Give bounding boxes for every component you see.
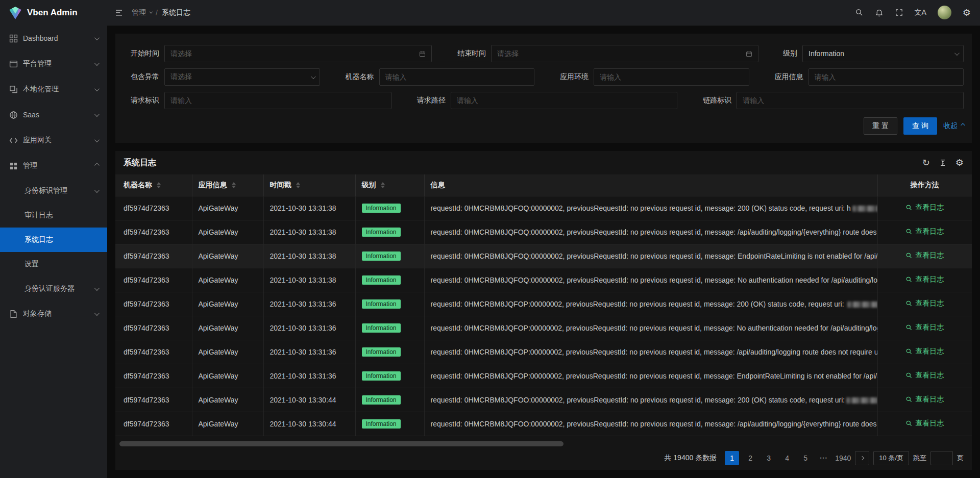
cell-machine-name: df5974d72363 bbox=[115, 340, 192, 364]
cell-machine-name: df5974d72363 bbox=[115, 292, 192, 316]
column-height-icon[interactable] bbox=[939, 159, 947, 167]
search-icon[interactable] bbox=[855, 8, 864, 17]
sidebar-item-label: 设置 bbox=[24, 260, 98, 269]
app-info-input[interactable] bbox=[808, 68, 964, 86]
sidebar-item-platform[interactable]: 平台管理 bbox=[0, 51, 107, 77]
sidebar-item-label: 审计日志 bbox=[24, 211, 98, 220]
sidebar-item-identity[interactable]: 身份标识管理 bbox=[0, 179, 107, 203]
level-badge: Information bbox=[362, 323, 401, 333]
column-header-timestamp[interactable]: 时间戳 bbox=[263, 174, 355, 196]
bell-icon[interactable] bbox=[875, 8, 884, 17]
cell-app-info: ApiGateWay bbox=[192, 244, 263, 268]
cell-machine-name: df5974d72363 bbox=[115, 244, 192, 268]
localization-icon bbox=[9, 85, 18, 94]
level-field: 级别 Information bbox=[777, 45, 964, 62]
dashboard-icon bbox=[9, 34, 18, 43]
sidebar-item-admin[interactable]: 管理 bbox=[0, 153, 107, 179]
cell-app-info: ApiGateWay bbox=[192, 364, 263, 388]
page-button-1[interactable]: 1 bbox=[725, 451, 739, 465]
translate-icon[interactable]: 文A bbox=[915, 8, 926, 17]
refresh-icon[interactable]: ↻ bbox=[922, 158, 930, 167]
admin-submenu: 身份标识管理 审计日志 系统日志 设置 身份认证服务器 bbox=[0, 179, 107, 301]
view-log-button[interactable]: 查看日志 bbox=[905, 323, 944, 332]
column-header-app-info[interactable]: 应用信息 bbox=[192, 174, 263, 196]
jump-page-input[interactable] bbox=[930, 451, 953, 465]
settings-icon[interactable]: ⚙ bbox=[955, 158, 964, 167]
page-ellipsis[interactable]: ••• bbox=[817, 451, 831, 465]
app-logo[interactable]: Vben Admin bbox=[0, 0, 107, 26]
has-exception-select[interactable]: 请选择 bbox=[164, 68, 320, 86]
chevron-down-icon bbox=[94, 86, 100, 91]
view-log-button[interactable]: 查看日志 bbox=[905, 299, 944, 308]
column-header-message: 信息 bbox=[424, 174, 877, 196]
reset-button[interactable]: 重 置 bbox=[864, 117, 897, 135]
cell-level: Information bbox=[355, 316, 424, 340]
sidebar-item-auth-server[interactable]: 身份认证服务器 bbox=[0, 276, 107, 301]
avatar[interactable] bbox=[938, 6, 951, 19]
sidebar-item-dashboard[interactable]: Dashboard bbox=[0, 26, 107, 51]
level-badge: Information bbox=[362, 419, 401, 429]
view-log-button[interactable]: 查看日志 bbox=[905, 203, 944, 212]
gear-icon[interactable]: ⚙ bbox=[963, 8, 971, 17]
machine-name-input[interactable] bbox=[379, 68, 535, 86]
page-size-select[interactable]: 10 条/页 bbox=[873, 451, 909, 465]
cell-timestamp: 2021-10-30 13:31:36 bbox=[263, 292, 355, 316]
table-row: df5974d72363 ApiGateWay 2021-10-30 13:31… bbox=[115, 316, 972, 340]
cell-message: requestId: 0HMCRBM8JQFOQ:00000002, previ… bbox=[424, 220, 877, 244]
sidebar-item-gateway[interactable]: 应用网关 bbox=[0, 128, 107, 153]
page-button-2[interactable]: 2 bbox=[743, 451, 757, 465]
cell-timestamp: 2021-10-30 13:31:36 bbox=[263, 340, 355, 364]
collapse-link[interactable]: 收起 bbox=[943, 121, 964, 131]
request-id-input[interactable] bbox=[164, 92, 391, 109]
view-log-button[interactable]: 查看日志 bbox=[905, 275, 944, 284]
horizontal-scrollbar bbox=[116, 441, 971, 446]
cell-actions: 查看日志 bbox=[877, 388, 972, 412]
cell-timestamp: 2021-10-30 13:31:38 bbox=[263, 244, 355, 268]
jump-suffix-label: 页 bbox=[957, 454, 964, 463]
sidebar-item-audit-log[interactable]: 审计日志 bbox=[0, 203, 107, 228]
fullscreen-icon[interactable] bbox=[895, 8, 903, 17]
trace-id-input[interactable] bbox=[737, 92, 964, 109]
cell-message: requestId: 0HMCRBM8JQFOQ:00000002, previ… bbox=[424, 268, 877, 292]
view-log-button[interactable]: 查看日志 bbox=[905, 251, 944, 260]
cell-app-info: ApiGateWay bbox=[192, 388, 263, 412]
view-log-button[interactable]: 查看日志 bbox=[905, 371, 944, 380]
cell-timestamp: 2021-10-30 13:31:38 bbox=[263, 220, 355, 244]
level-select[interactable]: Information bbox=[802, 45, 964, 62]
menu-fold-icon[interactable] bbox=[114, 8, 124, 17]
column-header-level[interactable]: 级别 bbox=[355, 174, 424, 196]
page-button-3[interactable]: 3 bbox=[762, 451, 776, 465]
next-page-button[interactable] bbox=[855, 451, 869, 465]
view-log-button[interactable]: 查看日志 bbox=[905, 419, 944, 428]
view-log-button[interactable]: 查看日志 bbox=[905, 395, 944, 404]
cell-actions: 查看日志 bbox=[877, 364, 972, 388]
cell-actions: 查看日志 bbox=[877, 244, 972, 268]
view-log-button[interactable]: 查看日志 bbox=[905, 227, 944, 236]
sidebar-item-saas[interactable]: Saas bbox=[0, 102, 107, 128]
cell-timestamp: 2021-10-30 13:30:44 bbox=[263, 412, 355, 436]
page-button-last[interactable]: 1940 bbox=[835, 451, 851, 465]
sidebar-item-system-log[interactable]: 系统日志 bbox=[0, 228, 107, 252]
cell-machine-name: df5974d72363 bbox=[115, 364, 192, 388]
chevron-down-icon bbox=[149, 10, 153, 14]
scrollbar-thumb[interactable] bbox=[119, 441, 564, 446]
app-env-input[interactable] bbox=[594, 68, 749, 86]
search-button[interactable]: 查 询 bbox=[903, 117, 937, 135]
cell-app-info: ApiGateWay bbox=[192, 268, 263, 292]
request-path-input[interactable] bbox=[451, 92, 678, 109]
start-time-input[interactable] bbox=[164, 45, 432, 62]
page-button-5[interactable]: 5 bbox=[798, 451, 813, 465]
sidebar-item-object-storage[interactable]: 对象存储 bbox=[0, 301, 107, 326]
chevron-down-icon bbox=[311, 76, 314, 79]
sidebar-item-localization[interactable]: 本地化管理 bbox=[0, 77, 107, 102]
breadcrumb-root[interactable]: 管理 bbox=[132, 8, 152, 17]
calendar-icon bbox=[745, 50, 753, 58]
column-header-machine-name[interactable]: 机器名称 bbox=[115, 174, 192, 196]
end-time-input[interactable] bbox=[491, 45, 758, 62]
sidebar-item-settings[interactable]: 设置 bbox=[0, 252, 107, 276]
view-log-button[interactable]: 查看日志 bbox=[905, 347, 944, 356]
log-table-panel: 系统日志 ↻ ⚙ 机器名称 应用信息 时间戳 级别 bbox=[115, 151, 972, 470]
sort-icons bbox=[381, 182, 385, 188]
page-button-4[interactable]: 4 bbox=[780, 451, 794, 465]
level-badge: Information bbox=[362, 371, 401, 381]
